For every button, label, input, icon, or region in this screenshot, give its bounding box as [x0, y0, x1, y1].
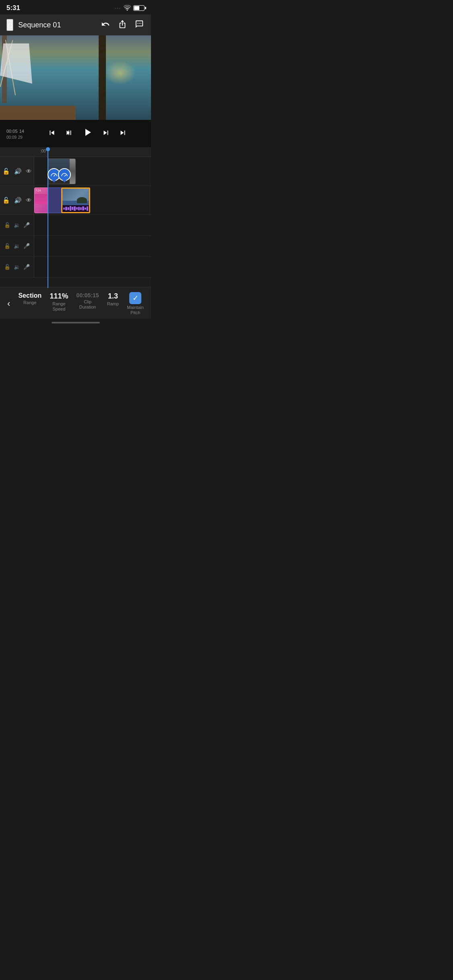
mic-icon-a3[interactable]: 🎤 [23, 264, 30, 270]
volume-icon-a1[interactable]: 🔉 [14, 222, 20, 228]
ramp-value: 1.3 [108, 292, 118, 301]
volume-icon-a2[interactable]: 🔉 [14, 243, 20, 249]
comment-button[interactable] [134, 19, 145, 31]
volume-icon-a3[interactable]: 🔉 [14, 264, 20, 270]
volume-icon-1[interactable]: 🔊 [14, 168, 22, 175]
waveform [62, 205, 89, 212]
skip-forward-button[interactable] [118, 128, 127, 139]
home-button[interactable]: ⌂ [6, 19, 13, 31]
video-preview [0, 35, 151, 120]
range-speed-value: 111% [50, 292, 68, 301]
lock-icon-a1[interactable]: 🔓 [4, 222, 10, 228]
clip-duration-param[interactable]: 00:05:15 ClipDuration [77, 292, 99, 310]
lock-icon-2[interactable]: 🔓 [2, 197, 10, 204]
nav-actions [100, 19, 145, 31]
bottom-params: Section Range 111% RangeSpeed 00:05:15 C… [14, 292, 148, 315]
timecode-current: 00:05 14 [6, 127, 24, 134]
ramp-label: Ramp [107, 301, 119, 307]
audio-2-controls: 🔓 🔉 🎤 [0, 236, 34, 256]
audio-2-content [34, 236, 151, 256]
section-label: Range [23, 300, 36, 305]
section-value: Section [18, 292, 41, 299]
clip-duration-value: 00:05:15 [77, 292, 99, 299]
audio-track-1: 🔓 🔉 🎤 [0, 215, 151, 236]
audio-track-2: 🔓 🔉 🎤 [0, 236, 151, 257]
ruler-mark: :00 [40, 149, 46, 153]
timecode-total: 00:09 29 [6, 134, 24, 140]
bottom-panel: ‹ Section Range 111% RangeSpeed 00:05:15… [0, 287, 151, 327]
playhead-top [46, 147, 50, 151]
svg-line-1 [64, 175, 66, 176]
waveform-bars [62, 205, 89, 212]
maintain-pitch-checkbox[interactable]: ✓ [129, 292, 141, 304]
lock-icon-a3[interactable]: 🔓 [4, 264, 10, 270]
status-icons: ··· [115, 5, 145, 12]
audio-1-content [34, 215, 151, 235]
maintain-pitch-label: MaintainPitch [127, 305, 144, 315]
clip-island [77, 197, 87, 203]
top-nav: ⌂ Sequence 01 [0, 14, 151, 35]
play-button[interactable] [81, 126, 93, 141]
video-clip-2c[interactable] [61, 187, 90, 213]
undo-button[interactable] [100, 19, 111, 31]
track-1-content [34, 157, 151, 185]
playback-buttons [31, 126, 145, 141]
speed-badge [48, 168, 71, 181]
sequence-title: Sequence 01 [18, 21, 100, 29]
home-indicator [0, 319, 151, 327]
timeline-ruler: :00 [0, 147, 151, 157]
clip-2c-thumbnail [62, 189, 89, 205]
clip-duration-label: ClipDuration [79, 299, 96, 310]
ramp-param[interactable]: 1.3 Ramp [107, 292, 119, 307]
audio-track-3: 🔓 🔉 🎤 [0, 257, 151, 278]
maintain-pitch-param[interactable]: ✓ MaintainPitch [127, 292, 144, 315]
skip-back-button[interactable] [48, 128, 56, 139]
battery-icon [133, 5, 145, 11]
audio-3-controls: 🔓 🔉 🎤 [0, 257, 34, 277]
track-2-controls: 🔓 🔊 👁 [0, 186, 34, 214]
audio-3-content [34, 257, 151, 277]
bottom-row: ‹ Section Range 111% RangeSpeed 00:05:15… [3, 292, 148, 315]
step-back-button[interactable] [64, 128, 73, 139]
step-forward-button[interactable] [101, 128, 110, 139]
eye-icon-1[interactable]: 👁 [26, 168, 32, 175]
wifi-icon [124, 5, 131, 12]
timecode: 00:05 14 00:09 29 [6, 127, 24, 140]
range-speed-param[interactable]: 111% RangeSpeed [50, 292, 68, 312]
volume-icon-2[interactable]: 🔊 [14, 197, 22, 204]
dots-icon: ··· [115, 5, 121, 11]
back-button[interactable]: ‹ [3, 295, 14, 312]
mic-icon-a1[interactable]: 🎤 [23, 222, 30, 228]
status-time: 5:31 [6, 4, 20, 12]
section-param[interactable]: Section Range [18, 292, 41, 305]
video-track-1: 🔓 🔊 👁 [0, 157, 151, 186]
track-2-content: 7:24 [34, 186, 151, 214]
lock-icon-a2[interactable]: 🔓 [4, 243, 10, 249]
speed-gauge-right [58, 168, 71, 181]
track-1-controls: 🔓 🔊 👁 [0, 157, 34, 185]
status-bar: 5:31 ··· [0, 0, 151, 14]
bottom-controls: ‹ Section Range 111% RangeSpeed 00:05:15… [0, 287, 151, 319]
timeline-area: :00 🔓 🔊 👁 [0, 147, 151, 288]
range-speed-label: RangeSpeed [52, 301, 65, 312]
video-clip-2a[interactable]: 7:24 [34, 187, 48, 213]
lock-icon-1[interactable]: 🔓 [2, 168, 10, 175]
video-track-2: 🔓 🔊 👁 7:24 [0, 186, 151, 215]
playback-controls: 00:05 14 00:09 29 [0, 120, 151, 147]
svg-line-0 [54, 175, 55, 176]
home-bar [52, 322, 100, 323]
mic-icon-a2[interactable]: 🎤 [23, 243, 30, 249]
export-button[interactable] [117, 19, 128, 31]
video-clip-2b [48, 187, 62, 213]
eye-icon-2[interactable]: 👁 [26, 197, 32, 204]
audio-1-controls: 🔓 🔉 🎤 [0, 215, 34, 235]
